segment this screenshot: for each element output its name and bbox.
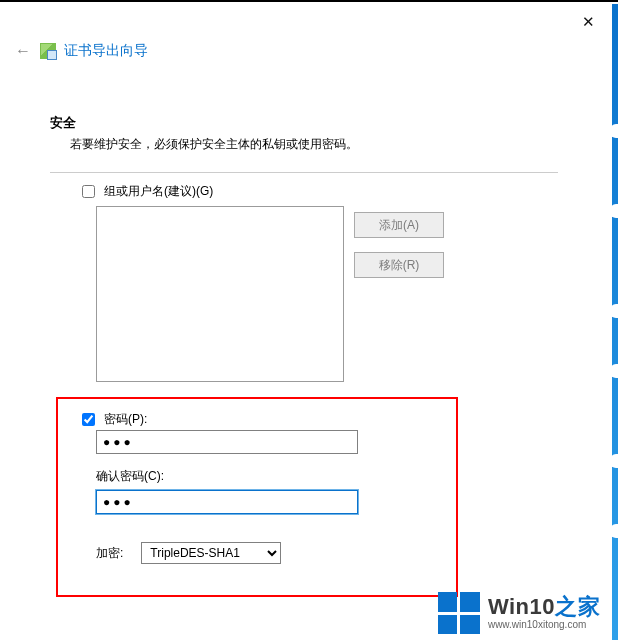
divider <box>50 172 558 173</box>
groups-listbox[interactable] <box>96 206 344 382</box>
groups-checkbox-label: 组或用户名(建议)(G) <box>104 183 213 200</box>
close-button[interactable]: ✕ <box>576 10 600 34</box>
right-edge-accent <box>612 4 618 640</box>
encryption-label: 加密: <box>96 545 123 562</box>
section-description: 若要维护安全，必须保护安全主体的私钥或使用密码。 <box>70 136 358 153</box>
remove-button: 移除(R) <box>354 252 444 278</box>
confirm-password-label: 确认密码(C): <box>96 468 164 485</box>
section-title: 安全 <box>50 114 76 132</box>
certificate-wizard-icon <box>40 43 56 59</box>
password-checkbox-label: 密码(P): <box>104 411 147 428</box>
encryption-select[interactable]: TripleDES-SHA1 <box>141 542 281 564</box>
password-checkbox[interactable] <box>82 413 95 426</box>
confirm-password-input[interactable] <box>96 490 358 514</box>
wizard-title: 证书导出向导 <box>64 42 148 60</box>
groups-checkbox[interactable] <box>82 185 95 198</box>
add-button: 添加(A) <box>354 212 444 238</box>
wizard-header: ← 证书导出向导 <box>14 40 600 62</box>
watermark-url: www.win10xitong.com <box>488 620 600 630</box>
back-button[interactable]: ← <box>14 42 32 60</box>
close-icon: ✕ <box>582 13 595 31</box>
watermark: Win10之家 www.win10xitong.com <box>438 592 600 634</box>
watermark-brand: Win10之家 <box>488 596 600 618</box>
password-input[interactable] <box>96 430 358 454</box>
windows-logo-icon <box>438 592 480 634</box>
